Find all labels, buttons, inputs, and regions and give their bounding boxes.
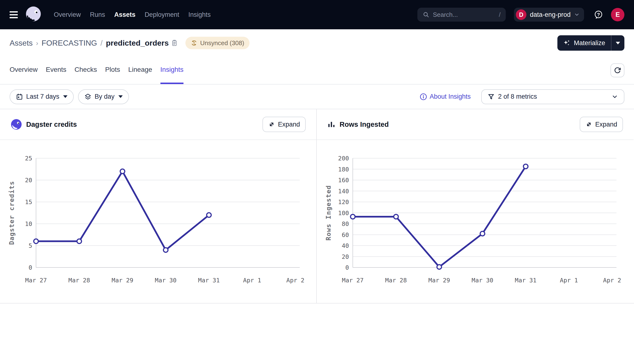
caret-down-icon [616, 42, 620, 44]
tab-checks[interactable]: Checks [74, 57, 97, 84]
copy-asset-name-button[interactable] [170, 39, 178, 47]
asset-tabs: Overview Events Checks Plots Lineage Ins… [10, 57, 184, 84]
status-badge-label: Unsynced (308) [200, 40, 244, 47]
metric-card-rows-ingested: Rows Ingested Expand 0204060801001201401… [317, 109, 634, 303]
data-point [120, 169, 125, 174]
metric-card-header: Rows Ingested Expand [317, 109, 634, 140]
x-tick-label: Mar 28 [68, 277, 90, 284]
info-icon [420, 93, 427, 100]
metric-card-dagster-credits: Dagster credits Expand 0510152025Mar 27M… [0, 109, 317, 303]
tab-insights[interactable]: Insights [160, 57, 184, 84]
caret-down-icon [63, 95, 68, 98]
x-tick-label: Apr 1 [560, 277, 578, 284]
expand-button[interactable]: Expand [262, 117, 306, 132]
asset-header-row: Assets › FORECASTING / predicted_orders … [0, 29, 634, 57]
tab-lineage[interactable]: Lineage [128, 57, 152, 84]
search-placeholder: Search... [433, 11, 496, 18]
tab-overview[interactable]: Overview [10, 57, 38, 84]
line-chart-svg: 0510152025Mar 27Mar 28Mar 29Mar 30Mar 31… [0, 148, 317, 294]
chevron-down-icon [574, 12, 580, 18]
unsynced-icon [191, 40, 198, 46]
y-tick-label: 80 [342, 220, 349, 228]
help-button[interactable]: ? [593, 9, 604, 20]
y-tick-label: 140 [338, 188, 349, 195]
data-point [394, 214, 398, 219]
expand-icon [268, 121, 275, 128]
date-range-filter[interactable]: Last 7 days [10, 89, 74, 104]
primary-nav: Overview Runs Assets Deployment Insights [54, 11, 210, 18]
materialize-dropdown-button[interactable] [611, 35, 624, 51]
y-tick-label: 15 [25, 198, 32, 206]
y-tick-label: 20 [342, 253, 349, 260]
dagster-logo-icon [10, 118, 22, 130]
x-tick-label: Mar 27 [25, 277, 47, 284]
breadcrumb-group-link[interactable]: FORECASTING [42, 39, 97, 48]
tab-events[interactable]: Events [46, 57, 66, 84]
chevron-down-icon [612, 94, 618, 100]
y-tick-label: 25 [25, 155, 32, 162]
y-tick-label: 200 [338, 155, 349, 162]
data-point [350, 214, 355, 219]
insights-filter-row: Last 7 days By day About Insights 2 of 8… [0, 84, 634, 109]
layers-icon [84, 93, 92, 100]
x-tick-label: Mar 30 [155, 277, 176, 284]
about-insights-link[interactable]: About Insights [420, 93, 471, 100]
tab-plots[interactable]: Plots [105, 57, 120, 84]
refresh-icon [614, 67, 621, 74]
y-tick-label: 40 [342, 242, 349, 249]
chart-area: 0510152025Mar 27Mar 28Mar 29Mar 30Mar 31… [0, 140, 316, 303]
clipboard-icon [170, 39, 178, 47]
nav-item-deployment[interactable]: Deployment [144, 11, 179, 18]
x-tick-label: Apr 1 [243, 277, 261, 284]
hamburger-menu-icon[interactable] [10, 11, 18, 18]
deployment-initial-badge: D [516, 9, 526, 20]
refresh-button[interactable] [610, 64, 624, 77]
granularity-filter[interactable]: By day [78, 89, 129, 104]
expand-icon [586, 121, 592, 128]
x-tick-label: Apr 2 [603, 277, 621, 284]
line-chart-svg: 020406080100120140160180200Mar 27Mar 28M… [317, 148, 634, 294]
y-tick-label: 0 [28, 264, 32, 271]
deployment-switcher[interactable]: D data-eng-prod [514, 8, 584, 22]
y-tick-label: 180 [338, 166, 349, 173]
svg-text:?: ? [597, 12, 600, 17]
data-point [524, 164, 528, 169]
calendar-icon [16, 93, 23, 100]
metric-card-header: Dagster credits Expand [0, 109, 316, 140]
nav-item-assets[interactable]: Assets [114, 11, 136, 18]
x-tick-label: Mar 28 [385, 277, 407, 284]
nav-item-runs[interactable]: Runs [90, 11, 105, 18]
breadcrumb: Assets › FORECASTING / predicted_orders [10, 39, 168, 48]
y-tick-label: 10 [25, 220, 32, 228]
breadcrumb-assets-link[interactable]: Assets [10, 39, 33, 48]
materialize-button[interactable]: Materialize [558, 35, 611, 51]
asset-tabs-row: Overview Events Checks Plots Lineage Ins… [0, 57, 634, 84]
status-badge[interactable]: Unsynced (308) [186, 37, 250, 49]
deployment-name: data-eng-prod [530, 11, 570, 18]
metrics-select[interactable]: 2 of 8 metrics [481, 89, 624, 104]
expand-button[interactable]: Expand [580, 117, 623, 132]
data-point [164, 248, 168, 252]
user-avatar[interactable]: E [611, 8, 624, 21]
nav-item-overview[interactable]: Overview [54, 11, 81, 18]
expand-label: Expand [595, 121, 617, 128]
dagster-logo-icon[interactable] [24, 6, 42, 24]
y-tick-label: 100 [338, 210, 349, 216]
expand-label: Expand [278, 121, 300, 128]
about-insights-label: About Insights [430, 93, 471, 100]
data-point [34, 239, 38, 244]
metric-card-title: Rows Ingested [340, 120, 389, 128]
series-line [36, 172, 209, 250]
nav-item-insights[interactable]: Insights [188, 11, 210, 18]
breadcrumb-slash: / [100, 39, 102, 48]
asset-name: predicted_orders [106, 39, 168, 48]
series-line [353, 166, 526, 267]
y-tick-label: 120 [338, 198, 349, 206]
breadcrumb-chevron: › [36, 39, 38, 47]
x-tick-label: Mar 31 [198, 277, 220, 284]
data-point [207, 213, 211, 217]
x-tick-label: Mar 27 [342, 277, 364, 284]
search-input[interactable]: Search... / [418, 8, 506, 22]
x-tick-label: Mar 30 [472, 277, 493, 284]
data-point [77, 239, 82, 244]
